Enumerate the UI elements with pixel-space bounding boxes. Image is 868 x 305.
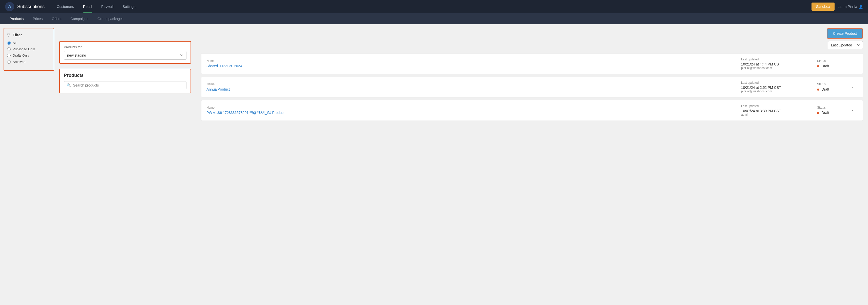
filter-label-all: All <box>13 41 16 45</box>
product-name-label-1: Name <box>207 82 741 86</box>
product-actions-1: ⋯ <box>847 84 858 90</box>
product-status-label-1: Status <box>817 82 847 86</box>
sub-nav-offers[interactable]: Offers <box>47 13 66 24</box>
nav-link-settings[interactable]: Settings <box>118 0 140 13</box>
content-columns: Products for new staging Products 🔍 <box>59 41 863 123</box>
nav-link-retail[interactable]: Retail <box>79 0 97 13</box>
product-name-label-0: Name <box>207 59 741 63</box>
filter-radio-drafts[interactable] <box>7 54 11 57</box>
top-nav-links: Customers Retail Paywall Settings <box>52 0 811 13</box>
filter-option-archived[interactable]: Archived <box>7 60 51 64</box>
sort-row: Last Updated ↑ <box>201 41 863 49</box>
sandbox-button[interactable]: Sandbox <box>811 3 835 11</box>
status-text-0: Draft <box>822 64 829 68</box>
top-nav: A Subscriptions Customers Retail Paywall… <box>0 0 868 13</box>
filter-radio-archived[interactable] <box>7 60 11 64</box>
filter-radio-all[interactable] <box>7 41 11 45</box>
filter-option-published[interactable]: Published Only <box>7 47 51 51</box>
user-name: Laura Pinilla <box>838 5 857 9</box>
filter-label-archived: Archived <box>13 60 26 64</box>
product-actions-0: ⋯ <box>847 61 858 66</box>
nav-link-paywall[interactable]: Paywall <box>97 0 118 13</box>
products-search-section: Products 🔍 <box>59 69 191 93</box>
filter-icon: ▽ <box>7 32 10 37</box>
nav-link-customers[interactable]: Customers <box>52 0 79 13</box>
more-menu-icon-0[interactable]: ⋯ <box>850 61 855 66</box>
product-status-2: Draft <box>817 110 847 115</box>
product-link-0[interactable]: Shared_Product_2024 <box>207 64 242 68</box>
status-dot-2 <box>817 112 819 114</box>
product-updated-label-2: Last updated <box>741 104 807 108</box>
product-status-label-0: Status <box>817 59 847 63</box>
product-name-col: Name AnnualProduct <box>207 82 741 92</box>
right-column: Last Updated ↑ Name Shared_Product_2024 … <box>196 41 863 123</box>
filter-header: ▽ Filter <box>7 32 51 37</box>
status-text-2: Draft <box>822 111 829 115</box>
sub-nav-campaigns[interactable]: Campaigns <box>66 13 93 24</box>
product-updated-label-0: Last updated <box>741 58 807 61</box>
filter-option-all[interactable]: All <box>7 41 51 45</box>
product-status-0: Draft <box>817 64 847 68</box>
product-actions-2: ⋯ <box>847 108 858 113</box>
product-updated-col-0: Last updated 10/21/24 at 4:44 PM CST pin… <box>741 58 807 70</box>
product-updated-col-1: Last updated 10/21/24 at 2:52 PM CST pin… <box>741 81 807 93</box>
filter-title: Filter <box>13 33 22 37</box>
product-updated-by-0: pinillal@washpost.com <box>741 66 807 70</box>
main-layout: ▽ Filter All Published Only Drafts Only … <box>0 24 868 305</box>
table-row: Name PW v1.86 1728336578201 ºª!@#$&*|_ñá… <box>201 100 863 121</box>
sub-nav-prices[interactable]: Prices <box>28 13 47 24</box>
sub-nav: Products Prices Offers Campaigns Group p… <box>0 13 868 24</box>
table-row: Name AnnualProduct Last updated 10/21/24… <box>201 77 863 98</box>
product-status-col-2: Status Draft <box>817 106 847 115</box>
filter-option-drafts[interactable]: Drafts Only <box>7 54 51 57</box>
app-logo-icon: A <box>5 2 14 11</box>
search-input[interactable] <box>73 83 184 87</box>
products-for-label: Products for <box>64 45 186 49</box>
product-status-label-2: Status <box>817 106 847 109</box>
product-status-1: Draft <box>817 87 847 92</box>
status-text-1: Draft <box>822 87 829 91</box>
product-name-col: Name Shared_Product_2024 <box>207 59 741 68</box>
product-updated-col-2: Last updated 10/07/24 at 3:30 PM CST adm… <box>741 104 807 116</box>
search-input-wrapper: 🔍 <box>64 81 186 89</box>
logo-area: A Subscriptions <box>5 2 44 11</box>
filter-sidebar: ▽ Filter All Published Only Drafts Only … <box>4 28 54 71</box>
products-section-title: Products <box>64 73 186 78</box>
filter-label-drafts: Drafts Only <box>13 54 29 57</box>
product-link-2[interactable]: PW v1.86 1728336578201 ºª!@#$&*|_ñá Prod… <box>207 111 284 115</box>
products-for-select[interactable]: new staging <box>64 51 186 60</box>
app-title: Subscriptions <box>17 4 44 9</box>
sort-select[interactable]: Last Updated ↑ <box>828 41 863 49</box>
product-updated-date-0: 10/21/24 at 4:44 PM CST <box>741 62 807 66</box>
content-top-row: Create Product <box>59 28 863 38</box>
user-icon: 👤 <box>859 5 863 9</box>
top-nav-right: Sandbox Laura Pinilla 👤 <box>811 3 863 11</box>
more-menu-icon-2[interactable]: ⋯ <box>850 108 855 113</box>
product-name-col: Name PW v1.86 1728336578201 ºª!@#$&*|_ñá… <box>207 106 741 115</box>
product-updated-by-1: pinillal@washpost.com <box>741 89 807 93</box>
user-info: Laura Pinilla 👤 <box>838 5 863 9</box>
product-updated-date-2: 10/07/24 at 3:30 PM CST <box>741 109 807 113</box>
product-link-1[interactable]: AnnualProduct <box>207 87 230 91</box>
search-icon: 🔍 <box>67 83 71 87</box>
filter-label-published: Published Only <box>13 47 35 51</box>
status-dot-0 <box>817 65 819 67</box>
table-row: Name Shared_Product_2024 Last updated 10… <box>201 53 863 74</box>
product-updated-by-2: admin <box>741 113 807 116</box>
more-menu-icon-1[interactable]: ⋯ <box>850 84 855 90</box>
product-name-label-2: Name <box>207 106 741 109</box>
products-for-section: Products for new staging <box>59 41 191 64</box>
left-column: Products for new staging Products 🔍 <box>59 41 196 123</box>
product-status-col-1: Status Draft <box>817 82 847 92</box>
product-updated-date-1: 10/21/24 at 2:52 PM CST <box>741 85 807 89</box>
sub-nav-group-packages[interactable]: Group packages <box>93 13 128 24</box>
create-product-button[interactable]: Create Product <box>827 28 863 38</box>
content-area: Create Product Products for new staging … <box>54 24 868 305</box>
product-updated-label-1: Last updated <box>741 81 807 84</box>
status-dot-1 <box>817 88 819 90</box>
sub-nav-products[interactable]: Products <box>5 13 28 24</box>
product-list: Name Shared_Product_2024 Last updated 10… <box>201 53 863 121</box>
product-status-col-0: Status Draft <box>817 59 847 68</box>
filter-radio-published[interactable] <box>7 48 11 51</box>
